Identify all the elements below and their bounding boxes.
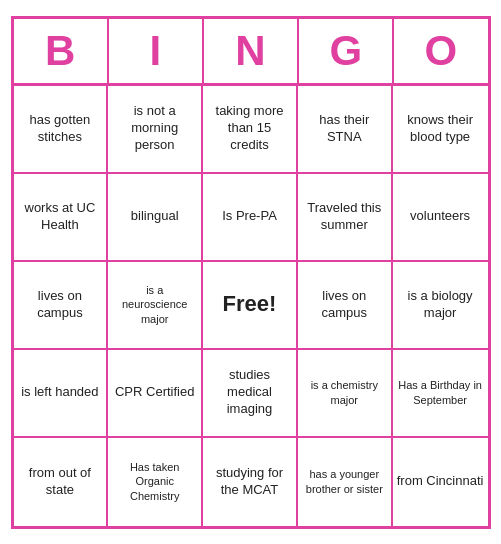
bingo-cell-4[interactable]: knows their blood type (393, 86, 488, 174)
bingo-cell-10[interactable]: lives on campus (14, 262, 109, 350)
header-letter-b: B (14, 19, 109, 83)
header-letter-n: N (204, 19, 299, 83)
bingo-cell-16[interactable]: CPR Certified (108, 350, 203, 438)
bingo-cell-19[interactable]: Has a Birthday in September (393, 350, 488, 438)
bingo-cell-3[interactable]: has their STNA (298, 86, 393, 174)
header-letter-i: I (109, 19, 204, 83)
bingo-grid: has gotten stitchesis not a morning pers… (14, 86, 488, 526)
bingo-cell-18[interactable]: is a chemistry major (298, 350, 393, 438)
header-letter-o: O (394, 19, 487, 83)
bingo-cell-13[interactable]: lives on campus (298, 262, 393, 350)
bingo-cell-14[interactable]: is a biology major (393, 262, 488, 350)
bingo-cell-20[interactable]: from out of state (14, 438, 109, 526)
bingo-cell-15[interactable]: is left handed (14, 350, 109, 438)
bingo-cell-0[interactable]: has gotten stitches (14, 86, 109, 174)
bingo-cell-23[interactable]: has a younger brother or sister (298, 438, 393, 526)
bingo-card: BINGO has gotten stitchesis not a mornin… (11, 16, 491, 529)
bingo-cell-11[interactable]: is a neuroscience major (108, 262, 203, 350)
bingo-cell-6[interactable]: bilingual (108, 174, 203, 262)
bingo-cell-8[interactable]: Traveled this summer (298, 174, 393, 262)
bingo-cell-17[interactable]: studies medical imaging (203, 350, 298, 438)
bingo-header: BINGO (14, 19, 488, 86)
bingo-cell-5[interactable]: works at UC Health (14, 174, 109, 262)
bingo-cell-2[interactable]: taking more than 15 credits (203, 86, 298, 174)
bingo-cell-22[interactable]: studying for the MCAT (203, 438, 298, 526)
bingo-cell-7[interactable]: Is Pre-PA (203, 174, 298, 262)
bingo-cell-12[interactable]: Free! (203, 262, 298, 350)
header-letter-g: G (299, 19, 394, 83)
bingo-cell-1[interactable]: is not a morning person (108, 86, 203, 174)
bingo-cell-21[interactable]: Has taken Organic Chemistry (108, 438, 203, 526)
bingo-cell-9[interactable]: volunteers (393, 174, 488, 262)
bingo-cell-24[interactable]: from Cincinnati (393, 438, 488, 526)
